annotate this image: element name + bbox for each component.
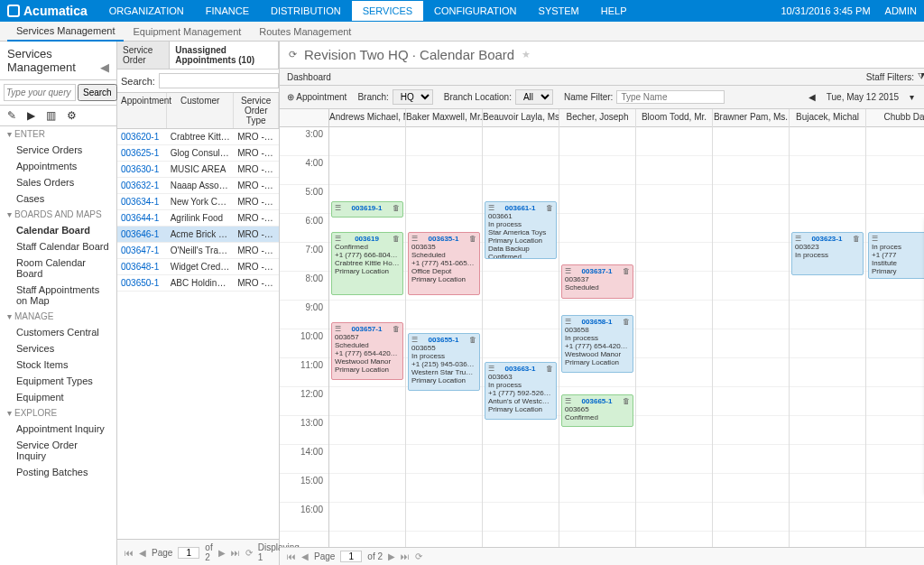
- appt-row[interactable]: 003646-1Acme Brick Co...MRO - Mainte...: [117, 227, 279, 243]
- sidebar-item[interactable]: Posting Batches: [0, 464, 116, 480]
- col-type[interactable]: Service Order Type: [234, 93, 279, 128]
- current-date[interactable]: Tue, May 12 2015: [823, 92, 902, 102]
- filter-funnel-icon[interactable]: ⧩: [918, 71, 924, 82]
- sidebar-item[interactable]: Sales Orders: [0, 174, 116, 190]
- subnav-item[interactable]: Services Management: [7, 22, 124, 42]
- sidebar-item[interactable]: Equipment Types: [0, 373, 116, 389]
- sidebar-item[interactable]: Staff Appointments on Map: [0, 282, 116, 309]
- staff-header[interactable]: Becher, Joseph: [559, 109, 635, 127]
- date-dropdown-icon[interactable]: ▾: [906, 92, 918, 102]
- staff-header[interactable]: Chubb Da: [866, 109, 924, 127]
- sidebar-section-header[interactable]: ▾ENTER: [0, 126, 116, 142]
- topnav-system[interactable]: SYSTEM: [528, 1, 590, 21]
- sidebar-item[interactable]: Appointments: [0, 158, 116, 174]
- calendar-columns[interactable]: Andrews Michael, Mr.☰003619-1🗑☰003619🗑Co…: [329, 109, 924, 547]
- topnav-configuration[interactable]: CONFIGURATION: [423, 1, 527, 21]
- appt-row[interactable]: 003644-1Agrilink FoodMRO - Mainte...: [117, 210, 279, 227]
- sidebar-search-input[interactable]: [4, 84, 76, 101]
- sidebar-section-header[interactable]: ▾MANAGE: [0, 309, 116, 324]
- name-filter-input[interactable]: [616, 90, 725, 104]
- page-next-icon[interactable]: ▶: [388, 551, 395, 561]
- appt-row[interactable]: 003647-1O'Neill's TradingMRO - Mainte...: [117, 243, 279, 259]
- appt-tab[interactable]: Unassigned Appointments (10): [170, 42, 279, 69]
- calendar-event[interactable]: ☰003658-1🗑003658In process+1 (777) 654-4…: [561, 315, 633, 373]
- calendar-event[interactable]: ☰003665-1🗑003665Confirmed: [561, 394, 633, 427]
- staff-header[interactable]: Bujacek, Michal: [790, 109, 865, 127]
- appt-search-input[interactable]: [159, 73, 279, 88]
- appt-row[interactable]: 003630-1MUSIC AREAMRO - Mainte...: [117, 162, 279, 178]
- calendar-event[interactable]: ☰003663-1🗑003663In process+1 (777) 592-5…: [485, 362, 557, 420]
- user-label[interactable]: ADMIN: [885, 5, 917, 16]
- appt-tab[interactable]: Service Order: [117, 42, 170, 69]
- sidebar-section-header[interactable]: ▾EXPLORE: [0, 405, 116, 421]
- logo[interactable]: Acumatica: [7, 4, 88, 18]
- sidebar-item[interactable]: Equipment: [0, 389, 116, 405]
- sidebar-item[interactable]: Calendar Board: [0, 222, 116, 238]
- page-input[interactable]: [340, 551, 362, 562]
- time-label: 6:00: [280, 214, 328, 243]
- appt-row[interactable]: 003632-1Naaap Associ...MRO - Mainte...: [117, 178, 279, 194]
- topnav-finance[interactable]: FINANCE: [195, 1, 260, 21]
- appt-row[interactable]: 003648-1Widget Credit ...MRO - Mainte...: [117, 259, 279, 275]
- sidebar-item[interactable]: Customers Central: [0, 324, 116, 340]
- date-prev-icon[interactable]: ◀: [805, 92, 819, 102]
- location-select[interactable]: All: [515, 89, 553, 105]
- topnav-distribution[interactable]: DISTRIBUTION: [260, 1, 352, 21]
- appt-row[interactable]: 003650-1ABC Holdings ...MRO - Mainte...: [117, 275, 279, 292]
- page-input[interactable]: [178, 547, 199, 559]
- gear-icon[interactable]: ⚙: [67, 109, 77, 122]
- calendar-event[interactable]: ☰003623-1🗑003623In process: [791, 232, 864, 275]
- sidebar-item[interactable]: Cases: [0, 190, 116, 207]
- sidebar-item[interactable]: Room Calendar Board: [0, 255, 116, 282]
- dashboard-label[interactable]: Dashboard: [287, 72, 331, 82]
- staff-header[interactable]: Brawner Pam, Ms.: [713, 109, 789, 127]
- page-last-icon[interactable]: ⏭: [401, 551, 410, 561]
- calendar-event[interactable]: ☰003635-1🗑003635Scheduled+1 (777) 451-06…: [408, 232, 480, 295]
- pencil-icon[interactable]: ✎: [7, 109, 16, 122]
- branch-select[interactable]: HQ: [393, 89, 433, 105]
- sidebar-item[interactable]: Service Order Inquiry: [0, 437, 116, 464]
- appt-row[interactable]: 003634-1New York CaresMRO - Mainte...: [117, 194, 279, 210]
- calendar-event[interactable]: ☰003655-1🗑003655In process+1 (215) 945-0…: [408, 333, 480, 391]
- chevron-left-icon[interactable]: ◀: [100, 60, 109, 74]
- new-appointment-button[interactable]: ⊕ Appointment: [287, 92, 346, 102]
- sidebar-item[interactable]: Service Orders: [0, 142, 116, 158]
- topnav-organization[interactable]: ORGANIZATION: [98, 1, 195, 21]
- appt-row[interactable]: 003625-1Glog ConsultingMRO - Mainte...: [117, 145, 279, 162]
- staff-header[interactable]: Bloom Todd, Mr.: [636, 109, 712, 127]
- col-appointment[interactable]: Appointment: [117, 93, 167, 128]
- page-first-icon[interactable]: ⏮: [125, 548, 134, 558]
- sidebar-item[interactable]: Appointment Inquiry: [0, 421, 116, 437]
- refresh-icon[interactable]: ⟳: [289, 49, 297, 60]
- topnav-services[interactable]: SERVICES: [352, 1, 423, 21]
- col-customer[interactable]: Customer: [167, 93, 234, 128]
- calendar-event[interactable]: ☰🗑In proces+1 (777InstitutePrimary: [868, 232, 924, 279]
- sidebar-section-header[interactable]: ▾BOARDS AND MAPS: [0, 207, 116, 222]
- sidebar-item[interactable]: Staff Calendar Board: [0, 238, 116, 255]
- calendar-event[interactable]: ☰003637-1🗑003637Scheduled: [561, 264, 633, 299]
- play-icon[interactable]: ▶: [27, 109, 35, 122]
- staff-header[interactable]: Baker Maxwell, Mr.: [406, 109, 482, 127]
- sidebar-search-button[interactable]: Search: [78, 84, 117, 101]
- subnav-item[interactable]: Equipment Management: [124, 23, 250, 41]
- topnav-help[interactable]: HELP: [590, 1, 638, 21]
- star-icon[interactable]: ★: [522, 49, 531, 60]
- calendar-event[interactable]: ☰003619-1🗑: [331, 201, 403, 218]
- page-prev-icon[interactable]: ◀: [301, 551, 309, 561]
- page-prev-icon[interactable]: ◀: [139, 548, 146, 558]
- sidebar-item[interactable]: Services: [0, 340, 116, 357]
- page-last-icon[interactable]: ⏭: [231, 548, 240, 558]
- staff-header[interactable]: Beauvoir Layla, Ms.: [483, 109, 559, 127]
- refresh-icon[interactable]: ⟳: [415, 551, 422, 561]
- refresh-icon[interactable]: ⟳: [245, 548, 253, 558]
- staff-header[interactable]: Andrews Michael, Mr.: [329, 109, 405, 127]
- subnav-item[interactable]: Routes Management: [250, 23, 360, 41]
- calendar-event[interactable]: ☰003661-1🗑003661In processStar America T…: [485, 201, 557, 259]
- calendar-event[interactable]: ☰003619🗑Confirmed+1 (777) 666-8044 ...Cr…: [331, 232, 403, 295]
- calendar-event[interactable]: ☰003657-1🗑003657Scheduled+1 (777) 654-42…: [331, 322, 403, 380]
- appt-row[interactable]: 003620-1Crabtree Kittle...MRO - Mainte..…: [117, 129, 279, 145]
- page-next-icon[interactable]: ▶: [218, 548, 226, 558]
- chart-icon[interactable]: ▥: [46, 109, 56, 122]
- sidebar-item[interactable]: Stock Items: [0, 357, 116, 373]
- page-first-icon[interactable]: ⏮: [287, 551, 296, 561]
